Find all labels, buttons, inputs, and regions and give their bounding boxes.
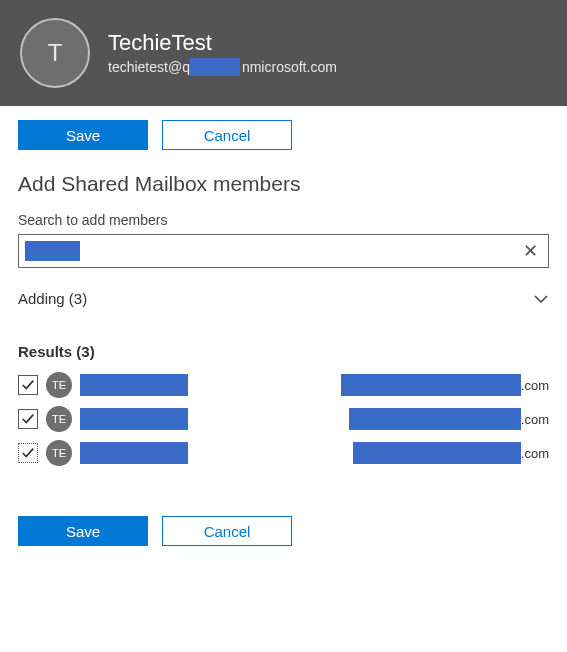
result-row: TE.com [18,370,549,400]
checkbox[interactable] [18,409,38,429]
member-avatar: TE [46,406,72,432]
mailbox-email: techietest@qnmicrosoft.com [108,58,337,76]
redacted-segment [349,408,521,430]
results-title: Results (3) [18,343,549,360]
adding-toggle[interactable]: Adding (3) [18,290,549,307]
member-name [80,442,210,464]
section-title: Add Shared Mailbox members [18,172,549,196]
email-suffix: .com [521,378,549,393]
redacted-segment [80,374,188,396]
email-prefix: techietest@q [108,59,190,75]
content: Save Cancel Add Shared Mailbox members S… [0,106,567,598]
redacted-segment [341,374,521,396]
result-row: TE.com [18,404,549,434]
clear-search-icon[interactable]: ✕ [519,240,542,262]
save-button[interactable]: Save [18,516,148,546]
search-field[interactable]: ✕ [18,234,549,268]
member-name [80,374,210,396]
chevron-down-icon [533,291,549,307]
email-suffix: .com [521,412,549,427]
member-email: .com [218,374,549,396]
header: T TechieTest techietest@qnmicrosoft.com [0,0,567,106]
adding-label: Adding (3) [18,290,87,307]
member-email: .com [218,408,549,430]
avatar-initial: T [48,39,63,67]
redacted-segment [190,58,240,76]
bottom-button-row: Save Cancel [18,516,549,546]
cancel-button[interactable]: Cancel [162,120,292,150]
header-text: TechieTest techietest@qnmicrosoft.com [108,30,337,76]
redacted-segment [25,241,80,261]
cancel-button[interactable]: Cancel [162,516,292,546]
member-name [80,408,210,430]
redacted-segment [353,442,521,464]
checkbox[interactable] [18,443,38,463]
results-list: TE.comTE.comTE.com [18,370,549,468]
result-row: TE.com [18,438,549,468]
avatar: T [20,18,90,88]
email-suffix: .com [521,446,549,461]
redacted-segment [80,408,188,430]
member-email: .com [218,442,549,464]
top-button-row: Save Cancel [18,120,549,150]
member-avatar: TE [46,440,72,466]
save-button[interactable]: Save [18,120,148,150]
member-avatar: TE [46,372,72,398]
mailbox-title: TechieTest [108,30,337,56]
redacted-segment [80,442,188,464]
search-label: Search to add members [18,212,549,228]
checkbox[interactable] [18,375,38,395]
email-suffix: nmicrosoft.com [242,59,337,75]
search-input[interactable] [80,243,519,259]
